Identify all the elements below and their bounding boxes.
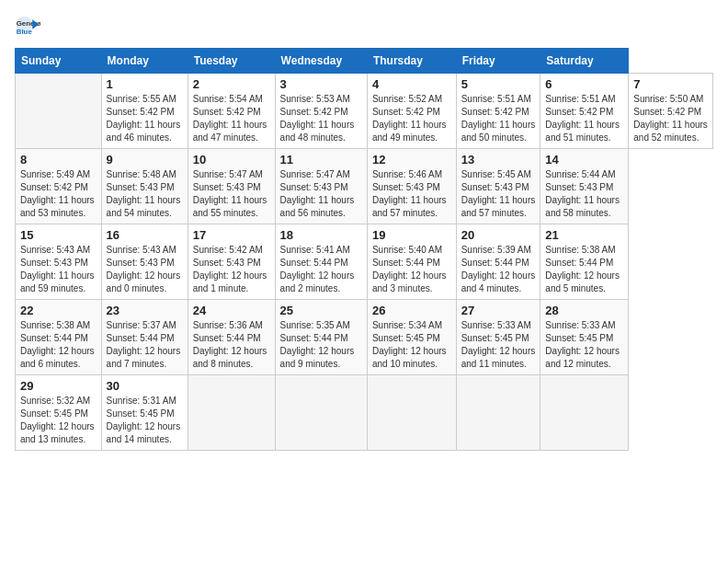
- calendar-day-cell: 21 Sunrise: 5:38 AMSunset: 5:44 PMDaylig…: [540, 224, 629, 300]
- day-number: 23: [107, 304, 183, 317]
- day-number: 12: [372, 153, 451, 167]
- day-number: 9: [107, 153, 183, 167]
- day-info: Sunrise: 5:36 AMSunset: 5:44 PMDaylight:…: [193, 319, 270, 371]
- day-number: 14: [545, 153, 623, 167]
- calendar-day-cell: 1 Sunrise: 5:55 AMSunset: 5:42 PMDayligh…: [101, 74, 188, 149]
- day-number: 26: [372, 304, 451, 317]
- day-info: Sunrise: 5:54 AMSunset: 5:42 PMDaylight:…: [193, 93, 270, 144]
- calendar-day-cell: 5 Sunrise: 5:51 AMSunset: 5:42 PMDayligh…: [456, 74, 540, 149]
- calendar-day-cell: 19 Sunrise: 5:40 AMSunset: 5:44 PMDaylig…: [367, 224, 456, 300]
- day-info: Sunrise: 5:35 AMSunset: 5:44 PMDaylight:…: [280, 319, 362, 371]
- day-number: 16: [107, 228, 183, 242]
- calendar-day-cell: 9 Sunrise: 5:48 AMSunset: 5:43 PMDayligh…: [101, 149, 188, 224]
- calendar-day-cell: 16 Sunrise: 5:43 AMSunset: 5:43 PMDaylig…: [101, 224, 188, 300]
- day-number: 19: [372, 228, 451, 242]
- day-number: 30: [107, 379, 183, 393]
- weekday-header-wednesday: Wednesday: [275, 49, 367, 74]
- logo-icon: General Blue: [15, 15, 40, 40]
- day-number: 2: [193, 77, 270, 91]
- weekday-header-sunday: Sunday: [16, 49, 102, 74]
- calendar-day-cell: 4 Sunrise: 5:52 AMSunset: 5:42 PMDayligh…: [367, 74, 456, 149]
- calendar-day-cell: 26 Sunrise: 5:34 AMSunset: 5:45 PMDaylig…: [367, 300, 456, 375]
- day-info: Sunrise: 5:38 AMSunset: 5:44 PMDaylight:…: [545, 244, 623, 295]
- weekday-header-monday: Monday: [101, 49, 188, 74]
- svg-text:Blue: Blue: [17, 28, 33, 36]
- day-info: Sunrise: 5:33 AMSunset: 5:45 PMDaylight:…: [545, 319, 623, 371]
- day-number: 29: [20, 379, 97, 393]
- day-info: Sunrise: 5:34 AMSunset: 5:45 PMDaylight:…: [372, 319, 451, 371]
- day-info: Sunrise: 5:43 AMSunset: 5:43 PMDaylight:…: [107, 244, 183, 295]
- day-info: Sunrise: 5:53 AMSunset: 5:42 PMDaylight:…: [280, 93, 362, 144]
- day-number: 17: [193, 228, 270, 242]
- weekday-header-thursday: Thursday: [367, 49, 456, 74]
- day-info: Sunrise: 5:37 AMSunset: 5:44 PMDaylight:…: [107, 319, 183, 371]
- day-info: Sunrise: 5:47 AMSunset: 5:43 PMDaylight:…: [193, 168, 270, 220]
- day-info: Sunrise: 5:38 AMSunset: 5:44 PMDaylight:…: [20, 319, 97, 371]
- day-number: 28: [545, 304, 623, 317]
- calendar-day-cell: 10 Sunrise: 5:47 AMSunset: 5:43 PMDaylig…: [188, 149, 275, 224]
- calendar-day-cell: 11 Sunrise: 5:47 AMSunset: 5:43 PMDaylig…: [275, 149, 367, 224]
- day-info: Sunrise: 5:49 AMSunset: 5:42 PMDaylight:…: [20, 168, 97, 220]
- day-info: Sunrise: 5:31 AMSunset: 5:45 PMDaylight:…: [107, 395, 183, 446]
- calendar-day-cell: [540, 375, 629, 451]
- day-number: 13: [461, 153, 536, 167]
- day-number: 5: [461, 77, 536, 91]
- calendar-day-cell: 8 Sunrise: 5:49 AMSunset: 5:42 PMDayligh…: [16, 149, 102, 224]
- day-number: 18: [280, 228, 362, 242]
- calendar-day-cell: [275, 375, 367, 451]
- day-info: Sunrise: 5:46 AMSunset: 5:43 PMDaylight:…: [372, 168, 451, 220]
- day-number: 25: [280, 304, 362, 317]
- day-number: 15: [20, 228, 97, 242]
- calendar-week-row: 15 Sunrise: 5:43 AMSunset: 5:43 PMDaylig…: [16, 224, 713, 300]
- calendar-day-cell: 17 Sunrise: 5:42 AMSunset: 5:43 PMDaylig…: [188, 224, 275, 300]
- day-info: Sunrise: 5:41 AMSunset: 5:44 PMDaylight:…: [280, 244, 362, 295]
- logo: General Blue: [15, 15, 44, 40]
- calendar-week-row: 29 Sunrise: 5:32 AMSunset: 5:45 PMDaylig…: [16, 375, 713, 451]
- day-info: Sunrise: 5:50 AMSunset: 5:42 PMDaylight:…: [633, 93, 708, 144]
- day-number: 27: [461, 304, 536, 317]
- weekday-header-tuesday: Tuesday: [188, 49, 275, 74]
- day-number: 1: [107, 77, 183, 91]
- day-number: 8: [20, 153, 97, 167]
- day-number: 24: [193, 304, 270, 317]
- calendar-day-empty: [16, 74, 102, 149]
- calendar-day-cell: 18 Sunrise: 5:41 AMSunset: 5:44 PMDaylig…: [275, 224, 367, 300]
- day-number: 4: [372, 77, 451, 91]
- day-info: Sunrise: 5:32 AMSunset: 5:45 PMDaylight:…: [20, 395, 97, 446]
- calendar-day-cell: 24 Sunrise: 5:36 AMSunset: 5:44 PMDaylig…: [188, 300, 275, 375]
- day-number: 22: [20, 304, 97, 317]
- calendar-day-cell: 6 Sunrise: 5:51 AMSunset: 5:42 PMDayligh…: [540, 74, 629, 149]
- day-info: Sunrise: 5:51 AMSunset: 5:42 PMDaylight:…: [545, 93, 623, 144]
- day-number: 6: [545, 77, 623, 91]
- calendar-day-cell: 15 Sunrise: 5:43 AMSunset: 5:43 PMDaylig…: [16, 224, 102, 300]
- calendar-day-cell: [456, 375, 540, 451]
- calendar-week-row: 1 Sunrise: 5:55 AMSunset: 5:42 PMDayligh…: [16, 74, 713, 149]
- day-number: 11: [280, 153, 362, 167]
- weekday-header-friday: Friday: [456, 49, 540, 74]
- day-info: Sunrise: 5:52 AMSunset: 5:42 PMDaylight:…: [372, 93, 451, 144]
- day-info: Sunrise: 5:45 AMSunset: 5:43 PMDaylight:…: [461, 168, 536, 220]
- calendar-day-cell: 2 Sunrise: 5:54 AMSunset: 5:42 PMDayligh…: [188, 74, 275, 149]
- calendar-day-cell: 14 Sunrise: 5:44 AMSunset: 5:43 PMDaylig…: [540, 149, 629, 224]
- day-number: 10: [193, 153, 270, 167]
- calendar-day-cell: 27 Sunrise: 5:33 AMSunset: 5:45 PMDaylig…: [456, 300, 540, 375]
- day-number: 21: [545, 228, 623, 242]
- calendar-week-row: 22 Sunrise: 5:38 AMSunset: 5:44 PMDaylig…: [16, 300, 713, 375]
- calendar-day-cell: 23 Sunrise: 5:37 AMSunset: 5:44 PMDaylig…: [101, 300, 188, 375]
- day-info: Sunrise: 5:43 AMSunset: 5:43 PMDaylight:…: [20, 244, 97, 295]
- calendar-day-cell: 12 Sunrise: 5:46 AMSunset: 5:43 PMDaylig…: [367, 149, 456, 224]
- calendar-day-cell: 20 Sunrise: 5:39 AMSunset: 5:44 PMDaylig…: [456, 224, 540, 300]
- calendar-day-cell: 29 Sunrise: 5:32 AMSunset: 5:45 PMDaylig…: [16, 375, 102, 451]
- calendar-day-cell: 25 Sunrise: 5:35 AMSunset: 5:44 PMDaylig…: [275, 300, 367, 375]
- calendar-week-row: 8 Sunrise: 5:49 AMSunset: 5:42 PMDayligh…: [16, 149, 713, 224]
- calendar-day-cell: [188, 375, 275, 451]
- calendar-day-cell: [367, 375, 456, 451]
- page-header: General Blue: [15, 15, 713, 40]
- day-info: Sunrise: 5:44 AMSunset: 5:43 PMDaylight:…: [545, 168, 623, 220]
- day-number: 20: [461, 228, 536, 242]
- calendar-day-cell: 28 Sunrise: 5:33 AMSunset: 5:45 PMDaylig…: [540, 300, 629, 375]
- day-info: Sunrise: 5:51 AMSunset: 5:42 PMDaylight:…: [461, 93, 536, 144]
- day-info: Sunrise: 5:40 AMSunset: 5:44 PMDaylight:…: [372, 244, 451, 295]
- day-info: Sunrise: 5:42 AMSunset: 5:43 PMDaylight:…: [193, 244, 270, 295]
- day-number: 3: [280, 77, 362, 91]
